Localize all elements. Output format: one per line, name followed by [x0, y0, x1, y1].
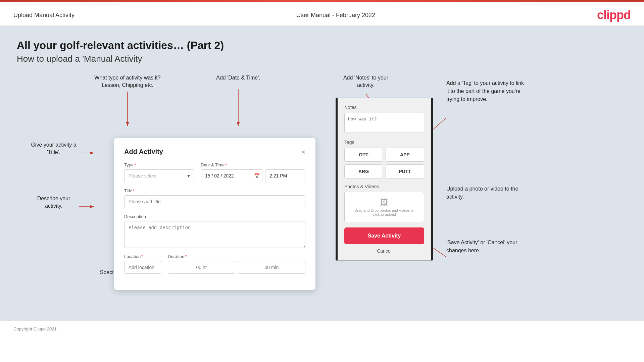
annotation-save: 'Save Activity' or 'Cancel' your changes…	[446, 239, 524, 255]
type-select-wrapper: Please select ▾	[124, 169, 194, 182]
annotation-description: Describe your activity.	[27, 195, 81, 210]
dialog-title: Add Activity	[124, 148, 163, 156]
main-content: All your golf-relevant activities… (Part…	[0, 26, 644, 321]
datetime-group: Date & Time* 📅	[201, 162, 305, 182]
footer: Copyright Clippd 2021	[0, 321, 644, 337]
annotation-title: Give your activity a 'Title'.	[27, 141, 81, 156]
location-duration-row: Location* Duration*	[124, 254, 305, 274]
add-activity-dialog: Add Activity × Type* Please select ▾	[114, 138, 315, 290]
date-time-inputs: 📅	[201, 169, 305, 182]
calendar-icon: 📅	[254, 173, 260, 178]
location-label: Location*	[124, 254, 161, 259]
title-input[interactable]	[124, 195, 305, 208]
description-label: Description	[124, 214, 305, 219]
duration-label: Duration*	[168, 254, 305, 259]
date-input[interactable]	[201, 169, 262, 182]
type-datetime-row: Type* Please select ▾ Date & Time*	[124, 162, 305, 182]
photos-section-label: Photos & Videos	[344, 184, 424, 189]
datetime-label: Date & Time*	[201, 162, 305, 167]
page-subtitle: How to upload a 'Manual Activity'	[17, 54, 627, 64]
annotation-photo: Upload a photo or video to the activity.	[446, 185, 520, 201]
location-group: Location*	[124, 254, 161, 274]
duration-hr-input[interactable]	[168, 261, 235, 274]
annotation-datetime: Add 'Date & Time'.	[205, 74, 272, 82]
duration-inputs	[168, 261, 305, 274]
full-layout: What type of activity was it? Lesson, Ch…	[17, 74, 627, 292]
notes-section-label: Notes	[344, 105, 424, 110]
tags-section-label: Tags	[344, 140, 424, 145]
close-button[interactable]: ×	[301, 149, 305, 155]
logo: clippd	[597, 8, 631, 22]
location-input[interactable]	[124, 261, 161, 274]
arrows-svg	[17, 74, 627, 292]
time-input[interactable]	[265, 169, 305, 182]
title-label: Title*	[124, 188, 305, 193]
page-label: Upload Manual Activity	[13, 12, 75, 19]
annotation-tag: Add a 'Tag' to your activity to link it …	[446, 79, 527, 103]
tags-grid: OTT APP ARG PUTT	[344, 148, 424, 178]
page-title: All your golf-relevant activities… (Part…	[17, 39, 627, 52]
tag-putt[interactable]: PUTT	[386, 164, 424, 178]
type-group: Type* Please select ▾	[124, 162, 194, 182]
duration-min-input[interactable]	[238, 261, 305, 274]
upload-area[interactable]: 🖼 Drag and Drop photos and videos or cli…	[344, 192, 424, 222]
tag-ott[interactable]: OTT	[344, 148, 383, 162]
tag-app[interactable]: APP	[386, 148, 424, 162]
title-group: Title*	[124, 188, 305, 208]
upload-icon: 🖼	[380, 198, 388, 207]
notes-textarea[interactable]	[344, 113, 424, 133]
manual-label: User Manual - February 2022	[296, 12, 375, 19]
annotation-type: What type of activity was it? Lesson, Ch…	[91, 74, 164, 89]
mobile-panel: Notes Tags OTT APP ARG PUTT Photos & Vid…	[336, 98, 433, 261]
description-textarea[interactable]	[124, 221, 305, 248]
cancel-link[interactable]: Cancel	[344, 248, 424, 254]
type-select[interactable]: Please select	[124, 169, 194, 182]
date-input-wrapper: 📅	[201, 169, 262, 182]
tag-arg[interactable]: ARG	[344, 164, 383, 178]
annotation-notes: Add 'Notes' to your activity.	[332, 74, 399, 89]
header: Upload Manual Activity User Manual - Feb…	[0, 2, 644, 26]
duration-group: Duration*	[168, 254, 305, 274]
dialog-header: Add Activity ×	[124, 148, 305, 156]
upload-text: Drag and Drop photos and videos or click…	[354, 208, 414, 216]
save-activity-button[interactable]: Save Activity	[344, 227, 424, 244]
description-group: Description	[124, 214, 305, 248]
type-label: Type*	[124, 162, 194, 167]
copyright-text: Copyright Clippd 2021	[13, 326, 57, 331]
